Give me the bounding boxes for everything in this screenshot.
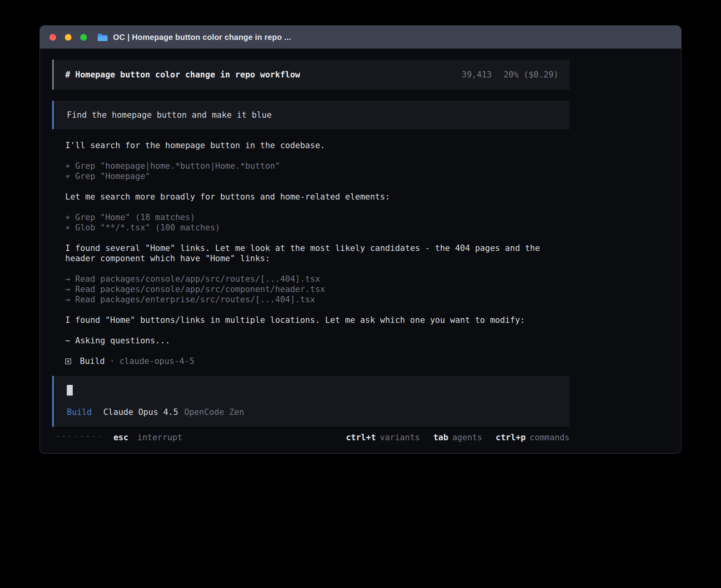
session-meta: 39,413 20% ($0.29) — [462, 70, 559, 80]
tool-line: ∗ Glob "**/*.tsx" (100 matches) — [65, 222, 555, 233]
tool-line: ∗ Grep "Home" (18 matches) — [65, 212, 555, 222]
tool-output-block: ∗ Grep "Home" (18 matches)∗ Glob "**/*.t… — [65, 212, 555, 233]
assistant-line: I found several "Home" links. Let me loo… — [65, 243, 555, 264]
traffic-lights — [49, 34, 87, 41]
input-model-label[interactable]: Claude Opus 4.5 — [103, 407, 178, 417]
square-dot-icon — [65, 358, 71, 364]
assistant-text-block: Let me search more broadly for buttons a… — [65, 192, 555, 202]
tool-line: → Read packages/enterprise/src/routes/[.… — [65, 294, 555, 305]
hint-interrupt[interactable]: esc interrupt — [113, 432, 182, 443]
folder-icon — [97, 33, 108, 41]
tool-line: ∗ Grep "homepage|home.*button|Home.*butt… — [65, 161, 555, 171]
hint-label: agents — [452, 433, 482, 442]
agent-name: Build — [80, 356, 105, 366]
hint-label: commands — [530, 433, 570, 442]
input-meta-row: Build Claude Opus 4.5 OpenCode Zen — [67, 407, 559, 417]
window-title: OC | Homepage button color change in rep… — [113, 33, 291, 42]
context-usage: 20% ($0.29) — [504, 70, 559, 80]
session-header: # Homepage button color change in repo w… — [52, 60, 570, 90]
minimize-button[interactable] — [65, 34, 72, 41]
input-agent-label[interactable]: Build — [67, 407, 92, 417]
hints-right: ctrl+tvariantstabagentsctrl+pcommands — [346, 432, 570, 443]
user-message: Find the homepage button and make it blu… — [52, 101, 570, 129]
tool-line: ∗ Grep "Homepage" — [65, 171, 555, 181]
tool-output-block: → Read packages/console/app/src/routes/[… — [65, 274, 555, 305]
hint-agents[interactable]: tabagents — [433, 432, 482, 443]
hint-key: esc — [113, 433, 128, 442]
hint-label: variants — [380, 433, 420, 442]
status-bar: ········ esc interrupt ctrl+tvariantstab… — [52, 432, 570, 443]
assistant-text-block: I found "Home" buttons/links in multiple… — [65, 315, 555, 325]
hint-variants[interactable]: ctrl+tvariants — [346, 432, 420, 443]
terminal-window: OC | Homepage button color change in rep… — [40, 25, 681, 454]
assistant-line: Let me search more broadly for buttons a… — [65, 192, 555, 202]
assistant-line: I'll search for the homepage button in t… — [65, 140, 555, 151]
agent-separator: · — [109, 356, 115, 366]
hint-key: ctrl+p — [496, 433, 526, 442]
assistant-text-block: I found several "Home" links. Let me loo… — [65, 243, 555, 264]
hint-label: interrupt — [137, 433, 182, 442]
tool-output-block: ∗ Grep "homepage|home.*button|Home.*butt… — [65, 161, 555, 181]
text-cursor — [67, 385, 73, 396]
assistant-text-block: I'll search for the homepage button in t… — [65, 140, 555, 151]
token-count: 39,413 — [462, 70, 492, 80]
spinner-dots: ········ — [56, 432, 104, 442]
hint-key: tab — [433, 433, 448, 442]
window-titlebar[interactable]: OC | Homepage button color change in rep… — [40, 26, 681, 49]
assistant-line: ~ Asking questions... — [65, 335, 555, 346]
user-message-text: Find the homepage button and make it blu… — [67, 110, 272, 120]
prompt-input[interactable]: Build Claude Opus 4.5 OpenCode Zen — [52, 376, 570, 427]
hint-commands[interactable]: ctrl+pcommands — [496, 432, 570, 443]
close-button[interactable] — [49, 34, 56, 41]
agent-model: claude-opus-4-5 — [119, 356, 194, 366]
hint-key: ctrl+t — [346, 433, 376, 442]
input-provider-label: OpenCode Zen — [184, 407, 244, 417]
session-title: # Homepage button color change in repo w… — [65, 70, 300, 80]
conversation: I'll search for the homepage button in t… — [52, 140, 570, 356]
tool-line: → Read packages/console/app/src/componen… — [65, 284, 555, 294]
zoom-button[interactable] — [80, 34, 87, 41]
assistant-text-block: ~ Asking questions... — [65, 335, 555, 346]
terminal-content: # Homepage button color change in repo w… — [40, 49, 681, 443]
agent-status-row: Build · claude-opus-4-5 — [52, 356, 570, 366]
status-left: ········ esc interrupt — [56, 432, 182, 443]
tool-line: → Read packages/console/app/src/routes/[… — [65, 274, 555, 284]
assistant-line: I found "Home" buttons/links in multiple… — [65, 315, 555, 325]
